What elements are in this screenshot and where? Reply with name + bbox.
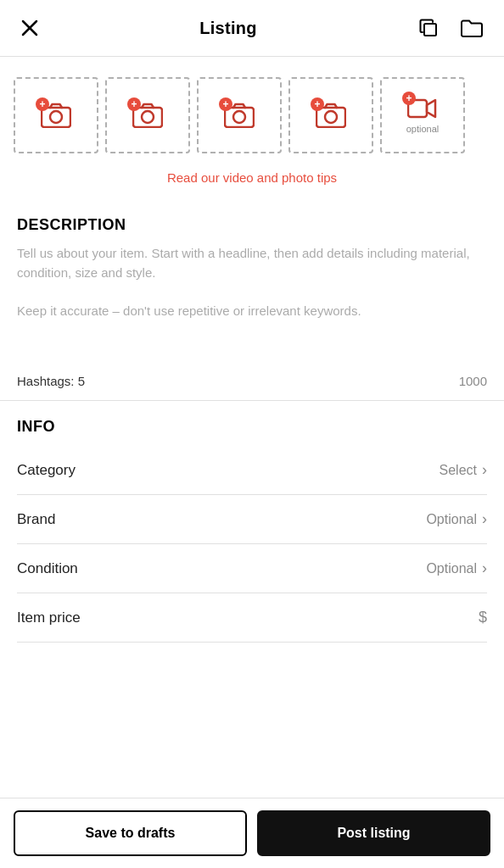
svg-point-10 <box>325 111 337 123</box>
copy-button[interactable] <box>414 14 443 42</box>
brand-value: Optional <box>426 512 477 527</box>
category-right: Select › <box>440 461 487 479</box>
plus-badge-3: + <box>219 97 232 111</box>
condition-row[interactable]: Condition Optional › <box>17 544 487 593</box>
brand-chevron-icon: › <box>482 510 487 528</box>
category-row[interactable]: Category Select › <box>17 446 487 495</box>
svg-point-4 <box>50 111 62 123</box>
description-input[interactable]: Tell us about your item. Start with a he… <box>17 244 487 359</box>
char-count: 1000 <box>459 374 487 388</box>
condition-label: Condition <box>17 560 78 577</box>
hashtags-row: Hashtags: 5 1000 <box>0 362 504 401</box>
category-label: Category <box>17 462 76 479</box>
photo-slot-1[interactable]: + <box>14 77 98 153</box>
description-section: DESCRIPTION Tell us about your item. Sta… <box>0 203 504 362</box>
header: Listing <box>0 0 504 57</box>
description-title: DESCRIPTION <box>17 216 487 234</box>
photo-slot-2[interactable]: + <box>105 77 190 153</box>
save-drafts-button[interactable]: Save to drafts <box>14 810 247 856</box>
price-label: Item price <box>17 609 81 626</box>
video-slot[interactable]: + optional <box>380 77 465 153</box>
photo-slot-3[interactable]: + <box>197 77 282 153</box>
photo-tips: Read our video and photo tips <box>0 164 504 203</box>
price-row[interactable]: Item price $ <box>17 593 487 643</box>
close-button[interactable] <box>17 15 42 41</box>
info-title: INFO <box>17 418 487 436</box>
brand-row[interactable]: Brand Optional › <box>17 495 487 544</box>
svg-point-6 <box>142 111 154 123</box>
post-listing-button[interactable]: Post listing <box>257 810 490 856</box>
condition-value: Optional <box>426 561 477 576</box>
plus-badge-5: + <box>402 92 416 105</box>
plus-badge-1: + <box>36 97 49 111</box>
condition-chevron-icon: › <box>482 559 487 577</box>
hashtags-label: Hashtags: 5 <box>17 374 85 388</box>
svg-rect-2 <box>424 24 436 36</box>
info-section: INFO Category Select › Brand Optional › … <box>0 401 504 643</box>
header-actions <box>414 14 487 42</box>
photo-section: + + + <box>0 57 504 164</box>
brand-right: Optional › <box>426 510 487 528</box>
photo-tips-link[interactable]: Read our video and photo tips <box>167 170 337 185</box>
condition-right: Optional › <box>426 559 487 577</box>
page-title: Listing <box>199 19 257 38</box>
optional-label: optional <box>406 124 440 134</box>
svg-point-8 <box>233 111 245 123</box>
brand-label: Brand <box>17 511 55 528</box>
price-symbol: $ <box>479 609 487 626</box>
price-right: $ <box>479 609 487 626</box>
category-value: Select <box>440 463 477 478</box>
photo-slot-4[interactable]: + <box>288 77 373 153</box>
plus-badge-4: + <box>311 97 324 111</box>
bottom-bar: Save to drafts Post listing <box>0 798 504 868</box>
plus-badge-2: + <box>127 97 141 111</box>
category-chevron-icon: › <box>482 461 487 479</box>
folder-button[interactable] <box>456 14 487 42</box>
